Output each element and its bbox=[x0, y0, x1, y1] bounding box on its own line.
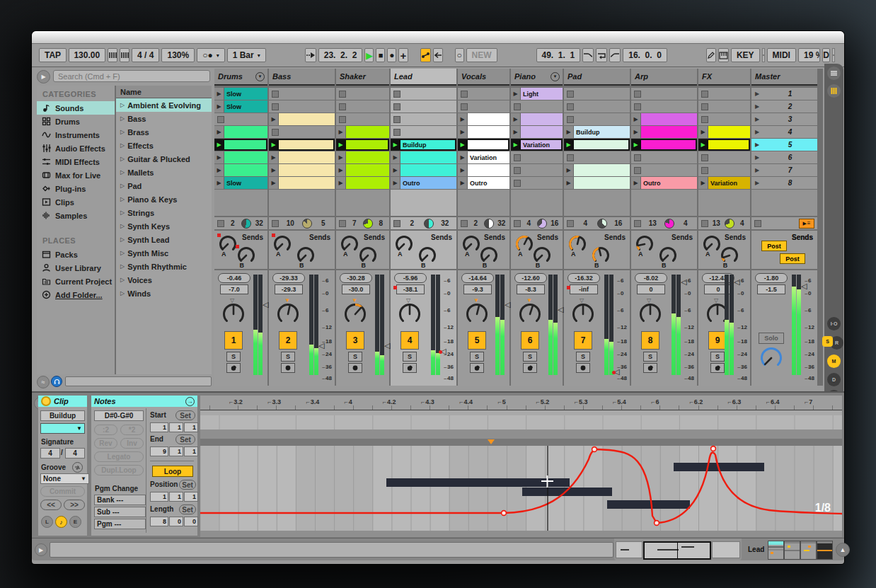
length-set-button[interactable]: Set bbox=[179, 505, 196, 514]
clip-stop-button[interactable] bbox=[701, 220, 708, 227]
master-solo-button[interactable]: Solo bbox=[759, 333, 784, 344]
end-set-button[interactable]: Set bbox=[175, 434, 195, 444]
track-activator-button[interactable]: 1 bbox=[224, 331, 243, 350]
clip-launch-button[interactable]: ▶ bbox=[391, 177, 400, 189]
track-activator-button[interactable]: 3 bbox=[346, 331, 364, 350]
expand-triangle-icon[interactable]: ▷ bbox=[120, 209, 125, 216]
window-titlebar[interactable] bbox=[32, 31, 844, 44]
clip-slot[interactable] bbox=[698, 100, 750, 113]
clip-slot[interactable]: ▶ bbox=[631, 126, 697, 138]
io-section-toggle[interactable]: I·O bbox=[827, 317, 841, 330]
clip-slot[interactable] bbox=[336, 100, 389, 113]
metronome-button[interactable]: ○●▾ bbox=[197, 48, 225, 62]
clip-slot[interactable]: ▶ bbox=[698, 126, 750, 138]
browser-list-item[interactable]: ▷Effects bbox=[116, 139, 212, 152]
clip-launch-button[interactable]: ▶ bbox=[336, 177, 346, 189]
clip-slot[interactable]: ▶ bbox=[214, 139, 267, 151]
solo-button[interactable]: S bbox=[403, 352, 417, 362]
end-digit[interactable]: 1 bbox=[184, 446, 198, 456]
sidebar-item-packs[interactable]: Packs bbox=[37, 248, 115, 261]
nudge-down-button[interactable] bbox=[108, 48, 117, 62]
sidebar-item-max-for-live[interactable]: Max for Live bbox=[37, 168, 115, 182]
length-digit[interactable]: 8 bbox=[150, 517, 168, 526]
clip-slot[interactable] bbox=[511, 164, 563, 176]
track-header-master[interactable]: Master bbox=[751, 69, 817, 86]
arm-audio-button[interactable] bbox=[576, 363, 590, 373]
scene-launch-icon[interactable]: ▶ bbox=[751, 154, 763, 161]
clip-launch-button[interactable]: ▶ bbox=[214, 164, 224, 176]
draw-mode-button[interactable] bbox=[706, 48, 716, 62]
midi-note-editor[interactable]: 3.23.33.444.24.34.455.25.35.466.26.36.47… bbox=[200, 396, 842, 537]
clip-stop-button[interactable] bbox=[393, 220, 400, 227]
expand-triangle-icon[interactable]: ▷ bbox=[120, 236, 125, 243]
position-set-button[interactable]: Set bbox=[179, 480, 196, 490]
peak-level-display[interactable]: -1.80 bbox=[755, 273, 788, 283]
scene-slot-4[interactable]: ▶4 bbox=[751, 126, 817, 138]
clip-body[interactable]: Variation bbox=[468, 151, 509, 163]
browser-list-item[interactable]: ▷Winds bbox=[116, 287, 212, 300]
clip-slot[interactable]: ▶ bbox=[214, 126, 267, 138]
sidebar-item-midi-effects[interactable]: MIDI Effects bbox=[37, 155, 115, 168]
clip-body[interactable]: Buildup bbox=[574, 126, 630, 138]
scene-launch-icon[interactable]: ▶ bbox=[751, 91, 763, 97]
clip-launch-button[interactable]: ▶ bbox=[631, 113, 641, 125]
clip-slot[interactable]: ▶Slow bbox=[214, 88, 267, 100]
clip-slot[interactable]: ▶ bbox=[269, 177, 335, 189]
clip-stop-button[interactable] bbox=[634, 220, 641, 227]
clip-launch-button[interactable]: ▶ bbox=[564, 126, 574, 138]
clip-slot[interactable] bbox=[511, 151, 563, 163]
expand-triangle-icon[interactable]: ▷ bbox=[120, 142, 125, 149]
clip-slot[interactable]: ▶ bbox=[391, 164, 456, 176]
clip-body[interactable] bbox=[346, 151, 389, 163]
clip-launch-button[interactable]: ▶ bbox=[391, 151, 400, 163]
pan-knob[interactable] bbox=[572, 303, 594, 328]
browser-list-item[interactable]: ▷Synth Lead bbox=[116, 233, 212, 246]
back-to-arrangement-button[interactable] bbox=[433, 48, 443, 62]
clip-slot[interactable]: ▶ bbox=[511, 113, 563, 125]
scene-launch-icon[interactable]: ▶ bbox=[751, 142, 763, 148]
clip-body[interactable] bbox=[521, 113, 563, 125]
solo-button[interactable]: S bbox=[470, 352, 484, 362]
browser-list-item[interactable]: ▷Piano & Keys bbox=[116, 192, 212, 206]
clip-slot[interactable] bbox=[698, 88, 750, 100]
clip-slot[interactable] bbox=[564, 113, 630, 125]
notes-tab-button[interactable]: ♪ bbox=[55, 516, 67, 528]
device-thumbnail[interactable] bbox=[817, 541, 833, 560]
invert-button[interactable]: Inv bbox=[120, 438, 144, 449]
mixer-section-toggle[interactable]: M bbox=[827, 354, 841, 368]
clip-body[interactable] bbox=[279, 139, 335, 151]
clip-launch-button[interactable]: ▶ bbox=[511, 113, 521, 125]
clip-slot[interactable] bbox=[458, 88, 509, 100]
clip-launch-button[interactable]: ▶ bbox=[631, 126, 641, 138]
expand-triangle-icon[interactable]: ▷ bbox=[120, 196, 125, 202]
solo-button[interactable]: S bbox=[523, 352, 537, 362]
clip-body[interactable] bbox=[346, 164, 389, 176]
clip-launch-button[interactable]: ▶ bbox=[458, 177, 468, 189]
browser-list-item[interactable]: ▷Synth Rhythmic bbox=[116, 260, 212, 273]
clip-body[interactable] bbox=[346, 126, 389, 138]
clip-slot[interactable] bbox=[391, 126, 456, 138]
clip-slot[interactable] bbox=[698, 113, 750, 125]
solo-button[interactable]: S bbox=[348, 352, 362, 362]
peak-level-display[interactable]: -12.60 bbox=[514, 273, 547, 283]
sidebar-item-audio-effects[interactable]: Audio Effects bbox=[37, 142, 115, 155]
status-collapse-button[interactable]: ▶ bbox=[35, 543, 47, 556]
loop-start[interactable]: 49. 1. 1 bbox=[536, 48, 581, 62]
send-b-post-button[interactable]: Post bbox=[780, 253, 805, 264]
clip-launch-button[interactable]: ▶ bbox=[458, 126, 468, 138]
clip-launch-button[interactable]: ▶ bbox=[214, 177, 224, 189]
scene-slot-3[interactable]: ▶3 bbox=[751, 113, 817, 125]
expand-triangle-icon[interactable]: ▷ bbox=[120, 115, 125, 122]
track-activator-button[interactable]: 5 bbox=[468, 331, 486, 350]
expand-triangle-icon[interactable]: ▷ bbox=[120, 156, 125, 162]
envelopes-tab-button[interactable]: E bbox=[69, 516, 81, 528]
capture-new-button[interactable]: NEW bbox=[466, 48, 497, 62]
peak-level-display[interactable]: -5.96 bbox=[394, 273, 427, 283]
track-header-vocals[interactable]: Vocals bbox=[458, 69, 509, 86]
sidebar-item-drums[interactable]: Drums bbox=[37, 115, 115, 128]
track-header-arp[interactable]: Arp bbox=[631, 69, 697, 86]
volume-value-field[interactable]: -30.0 bbox=[342, 284, 370, 294]
browser-list-item[interactable]: ▷Bass bbox=[116, 112, 212, 125]
clip-body[interactable]: Light bbox=[521, 88, 563, 100]
sidebar-item-plug-ins[interactable]: Plug-ins bbox=[37, 182, 115, 195]
